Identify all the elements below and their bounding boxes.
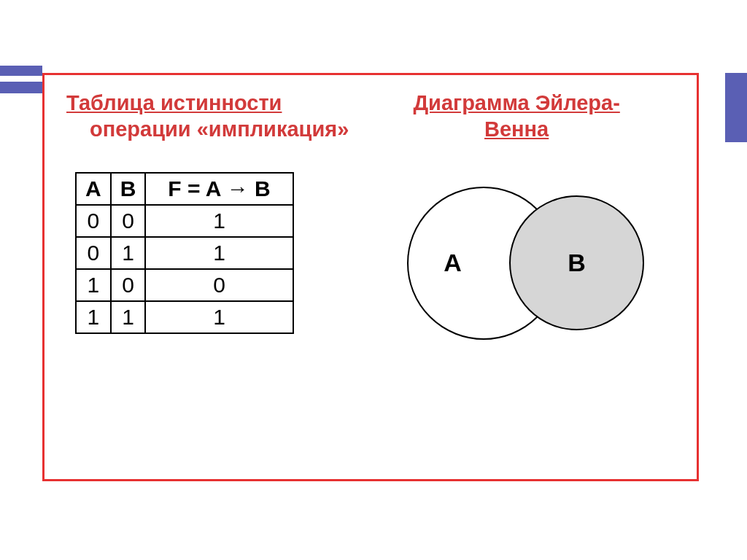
cell-f: 1: [145, 237, 293, 269]
cell-f: 1: [145, 205, 293, 237]
right-column: Диаграмма Эйлера- Венна А В: [358, 90, 675, 457]
heading-line-1: Диаграмма Эйлера-: [413, 91, 619, 114]
decorative-right-block: [725, 73, 747, 142]
cell-b: 1: [111, 237, 146, 269]
decorative-band: [0, 66, 42, 93]
venn-circle-b: В: [509, 195, 644, 330]
col-header-a: A: [76, 173, 111, 205]
cell-f: 1: [145, 301, 293, 333]
heading-line-1: Таблица истинности: [66, 91, 282, 114]
venn-label-b: В: [568, 249, 586, 277]
content-card: Таблица истинности операции «импликация»…: [42, 73, 699, 481]
col-header-f: F = A → B: [145, 173, 293, 205]
cell-b: 0: [111, 205, 146, 237]
heading-line-2: Венна: [484, 117, 549, 141]
heading-line-2: операции «импликация»: [66, 116, 349, 142]
table-row: 0 0 1: [76, 205, 293, 237]
cell-a: 0: [76, 205, 111, 237]
venn-label-a: А: [444, 249, 462, 277]
truth-table: A B F = A → B 0 0 1 0 1 1: [75, 172, 294, 334]
cell-b: 1: [111, 301, 146, 333]
cell-a: 1: [76, 269, 111, 301]
cell-b: 0: [111, 269, 146, 301]
table-row: 0 1 1: [76, 237, 293, 269]
venn-diagram: А В: [378, 187, 655, 354]
truth-table-heading: Таблица истинности операции «импликация»: [66, 90, 349, 143]
table-header-row: A B F = A → B: [76, 173, 293, 205]
two-column-layout: Таблица истинности операции «импликация»…: [44, 75, 697, 479]
cell-f: 0: [145, 269, 293, 301]
cell-a: 1: [76, 301, 111, 333]
table-row: 1 0 0: [76, 269, 293, 301]
left-column: Таблица истинности операции «импликация»…: [66, 90, 358, 457]
venn-heading: Диаграмма Эйлера- Венна: [413, 90, 619, 143]
table-row: 1 1 1: [76, 301, 293, 333]
col-header-b: B: [111, 173, 146, 205]
cell-a: 0: [76, 237, 111, 269]
